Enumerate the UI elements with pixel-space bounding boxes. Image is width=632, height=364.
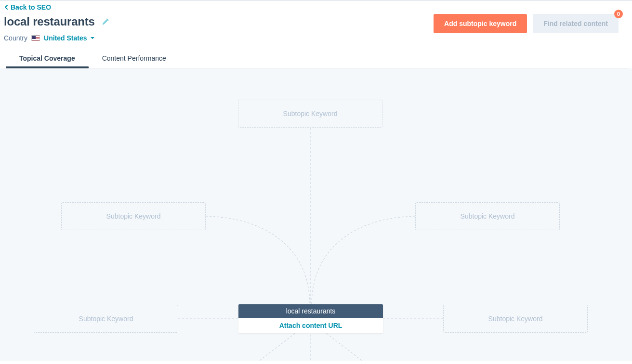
- subtopic-slot[interactable]: Subtopic Keyword: [238, 100, 382, 128]
- tab-topical-coverage[interactable]: Topical Coverage: [17, 50, 77, 68]
- pillar-node[interactable]: local restaurants Attach content URL: [238, 304, 383, 333]
- topic-canvas[interactable]: Subtopic Keyword Subtopic Keyword Subtop…: [0, 68, 632, 361]
- country-select[interactable]: United States: [44, 34, 94, 42]
- subtopic-slot[interactable]: Subtopic Keyword: [415, 202, 560, 230]
- subtopic-slot[interactable]: Subtopic Keyword: [443, 305, 588, 333]
- tabs: Topical Coverage Content Performance: [4, 50, 628, 68]
- tab-content-performance[interactable]: Content Performance: [100, 50, 168, 68]
- country-value: United States: [44, 34, 87, 42]
- country-label: Country: [4, 34, 27, 42]
- us-flag-icon: [31, 35, 40, 41]
- edit-icon[interactable]: [102, 18, 109, 26]
- country-row: Country United States: [4, 31, 628, 47]
- add-subtopic-button[interactable]: Add subtopic keyword: [434, 14, 527, 33]
- back-link-label: Back to SEO: [11, 3, 51, 11]
- chevron-left-icon: [4, 3, 9, 11]
- header-actions: Add subtopic keyword Find related conten…: [434, 14, 619, 33]
- caret-down-icon: [90, 34, 95, 42]
- page-title: local restaurants: [4, 15, 95, 28]
- attach-content-link[interactable]: Attach content URL: [238, 318, 383, 333]
- page-header: Back to SEO local restaurants Country Un…: [0, 0, 632, 68]
- back-link[interactable]: Back to SEO: [4, 0, 51, 12]
- find-related-label: Find related content: [543, 20, 608, 27]
- subtopic-slot[interactable]: Subtopic Keyword: [61, 202, 206, 230]
- notification-badge: 0: [614, 10, 623, 18]
- find-related-button[interactable]: Find related content 0: [533, 14, 619, 33]
- pillar-title: local restaurants: [238, 304, 383, 318]
- subtopic-slot[interactable]: Subtopic Keyword: [34, 305, 178, 333]
